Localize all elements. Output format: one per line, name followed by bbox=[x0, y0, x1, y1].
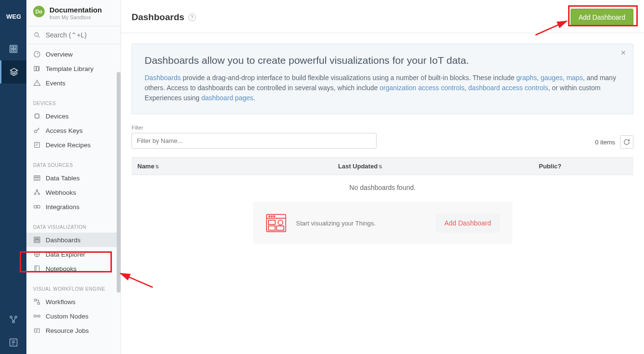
svg-rect-31 bbox=[34, 315, 36, 317]
nav-device-recipes[interactable]: Device Recipes bbox=[26, 138, 121, 152]
app-header[interactable]: Do Documentation from My Sandbox bbox=[26, 0, 121, 26]
filter-input[interactable] bbox=[132, 133, 377, 149]
rail-workflows-icon[interactable] bbox=[0, 308, 26, 331]
rail-dashboards-icon[interactable] bbox=[0, 37, 26, 60]
svg-rect-21 bbox=[34, 205, 36, 208]
nav-events[interactable]: Events bbox=[26, 76, 121, 90]
key-icon bbox=[33, 127, 41, 134]
page-title: Dashboards bbox=[132, 12, 184, 23]
library-icon bbox=[33, 65, 41, 72]
link-dash-access[interactable]: dashboard access controls bbox=[468, 84, 548, 92]
nav-label: Template Library bbox=[46, 65, 94, 72]
nav-label: Devices bbox=[46, 113, 69, 120]
nav-access-keys[interactable]: Access Keys bbox=[26, 123, 121, 138]
nav-integrations[interactable]: Integrations bbox=[26, 200, 121, 214]
nav-data-tables[interactable]: Data Tables bbox=[26, 171, 121, 185]
link-org-access[interactable]: organization access controls bbox=[380, 84, 465, 92]
filter-label: Filter bbox=[132, 125, 377, 130]
link-dashboards[interactable]: Dashboards bbox=[145, 74, 181, 82]
nodes-icon bbox=[33, 312, 41, 320]
filter-row: Filter 0 items bbox=[132, 125, 633, 149]
svg-rect-41 bbox=[277, 226, 284, 230]
nav-data-explorer[interactable]: Data Explorer bbox=[26, 247, 121, 261]
nav-dashboards[interactable]: Dashboards bbox=[26, 233, 121, 247]
svg-rect-26 bbox=[35, 240, 39, 242]
banner-body: Dashboards provide a drag-and-drop inter… bbox=[145, 73, 620, 103]
plug-icon bbox=[33, 203, 41, 211]
nav-workflows[interactable]: Workflows bbox=[26, 295, 121, 309]
empty-text: Start visualizing your Things. bbox=[296, 220, 426, 227]
refresh-button[interactable] bbox=[620, 135, 633, 149]
nav-label: Data Explorer bbox=[46, 251, 85, 258]
nav-section-devices: DEVICES Devices Access Keys Device Recip… bbox=[26, 93, 121, 155]
svg-rect-33 bbox=[35, 329, 40, 332]
close-icon[interactable]: ✕ bbox=[620, 49, 626, 57]
nav-top-section: Overview Template Library Events bbox=[26, 44, 121, 93]
items-count: 0 items bbox=[595, 139, 615, 146]
jobs-icon bbox=[33, 327, 41, 334]
empty-message: No dashboards found. bbox=[132, 175, 633, 196]
svg-point-35 bbox=[268, 216, 269, 217]
cpu-icon bbox=[33, 112, 41, 120]
link-maps[interactable]: maps bbox=[566, 74, 583, 82]
add-dashboard-button[interactable]: Add Dashboard bbox=[571, 9, 633, 26]
nav-label: Workflows bbox=[46, 298, 75, 306]
link-dashboard-pages[interactable]: dashboard pages bbox=[201, 94, 253, 102]
page-header: Dashboards ? Add Dashboard bbox=[121, 0, 644, 33]
empty-add-dashboard-button[interactable]: Add Dashboard bbox=[436, 213, 499, 233]
svg-rect-3 bbox=[13, 47, 15, 48]
webhook-icon bbox=[33, 189, 41, 196]
nav-resource-jobs[interactable]: Resource Jobs bbox=[26, 323, 121, 338]
col-public[interactable]: Public? bbox=[533, 158, 603, 175]
svg-rect-14 bbox=[35, 114, 39, 118]
nav-label: Events bbox=[46, 80, 65, 87]
svg-rect-40 bbox=[268, 226, 275, 230]
nav-label: Notebooks bbox=[46, 265, 77, 272]
svg-rect-28 bbox=[35, 266, 39, 271]
main-content: Dashboards ? Add Dashboard ✕ Dashboards … bbox=[121, 0, 644, 354]
sidebar-scrollbar[interactable] bbox=[117, 72, 121, 293]
svg-rect-30 bbox=[37, 302, 39, 304]
nav-label: Webhooks bbox=[46, 189, 76, 196]
nav-heading: DATA VISUALIZATION bbox=[26, 220, 121, 233]
svg-rect-16 bbox=[35, 142, 40, 148]
rail-bottom-icon[interactable] bbox=[0, 331, 26, 354]
col-name[interactable]: Name⇅ bbox=[132, 158, 332, 175]
nav-heading: VISUAL WORKFLOW ENGINE bbox=[26, 282, 121, 295]
nav-template-library[interactable]: Template Library bbox=[26, 61, 121, 76]
brand-logo[interactable]: WEG bbox=[0, 5, 26, 28]
link-graphs[interactable]: graphs bbox=[516, 74, 537, 82]
nav-heading: DATA SOURCES bbox=[26, 158, 121, 171]
app-badge: Do bbox=[33, 6, 45, 17]
nav-overview[interactable]: Overview bbox=[26, 47, 121, 61]
help-icon[interactable]: ? bbox=[188, 13, 196, 21]
nav-custom-nodes[interactable]: Custom Nodes bbox=[26, 309, 121, 323]
nav-section-dataviz: DATA VISUALIZATION Dashboards Data Explo… bbox=[26, 217, 121, 279]
workflow-icon bbox=[33, 298, 41, 306]
dashboards-table: Name⇅ Last Updated⇅ Public? bbox=[132, 157, 633, 175]
notebook-icon bbox=[33, 265, 41, 272]
svg-rect-22 bbox=[37, 205, 40, 208]
nav-devices[interactable]: Devices bbox=[26, 109, 121, 123]
nav-webhooks[interactable]: Webhooks bbox=[26, 185, 121, 200]
svg-text:WEG: WEG bbox=[6, 13, 21, 20]
dashboard-illustration-icon bbox=[266, 212, 287, 234]
link-gauges[interactable]: gauges bbox=[541, 74, 563, 82]
rail-applications-icon[interactable] bbox=[0, 60, 26, 83]
table-icon bbox=[33, 174, 41, 182]
svg-rect-38 bbox=[268, 220, 275, 224]
svg-rect-24 bbox=[35, 238, 36, 239]
search-input[interactable] bbox=[46, 31, 114, 39]
warning-icon bbox=[33, 79, 41, 87]
gauge-icon bbox=[33, 50, 41, 58]
nav-label: Resource Jobs bbox=[46, 327, 89, 334]
nav-label: Integrations bbox=[46, 203, 80, 211]
search-row[interactable] bbox=[26, 26, 121, 44]
col-updated[interactable]: Last Updated⇅ bbox=[332, 158, 533, 175]
nav-label: Device Recipes bbox=[46, 142, 91, 149]
sidebar: Do Documentation from My Sandbox Overvie… bbox=[26, 0, 121, 354]
svg-point-7 bbox=[14, 316, 16, 318]
recipe-icon bbox=[33, 141, 41, 149]
nav-notebooks[interactable]: Notebooks bbox=[26, 261, 121, 276]
dashboard-icon bbox=[33, 236, 41, 244]
